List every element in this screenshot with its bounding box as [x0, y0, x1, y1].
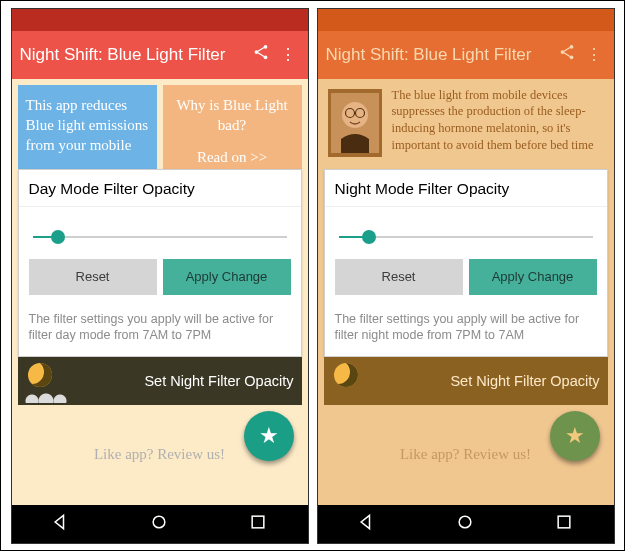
- appbar: Night Shift: Blue Light Filter ⋮: [12, 31, 308, 79]
- night-strip-label: Set Night Filter Opacity: [364, 373, 608, 389]
- content-area: This app reduces Blue light emissions fr…: [12, 79, 308, 505]
- svg-rect-4: [252, 516, 264, 528]
- card-orange-title: Why is Blue Light bad?: [171, 95, 294, 136]
- nav-back-icon[interactable]: [357, 512, 377, 536]
- apply-button[interactable]: Apply Change: [469, 259, 597, 295]
- app-title: Night Shift: Blue Light Filter: [20, 45, 226, 65]
- panel-note: The filter settings you apply will be ac…: [19, 303, 301, 357]
- card-orange-readon: Read on >>: [171, 147, 294, 167]
- fab-star-button[interactable]: ★: [244, 411, 294, 461]
- overflow-menu-icon[interactable]: ⋮: [580, 45, 606, 64]
- svg-rect-13: [558, 516, 570, 528]
- night-filter-strip[interactable]: Set Night Filter Opacity: [18, 357, 302, 405]
- android-navbar: [318, 505, 614, 543]
- panel-title: Day Mode Filter Opacity: [19, 170, 301, 207]
- night-filter-strip[interactable]: Set Night Filter Opacity: [324, 357, 608, 405]
- nav-back-icon[interactable]: [51, 512, 71, 536]
- overflow-menu-icon[interactable]: ⋮: [274, 45, 300, 64]
- statusbar: [12, 9, 308, 31]
- fab-star-button[interactable]: ★: [550, 411, 600, 461]
- star-icon: ★: [259, 423, 279, 449]
- moon-icon: [324, 357, 364, 405]
- moon-icon: [18, 357, 58, 405]
- phone-left: Night Shift: Blue Light Filter ⋮ This ap…: [11, 8, 309, 544]
- svg-point-3: [154, 516, 166, 528]
- panel-title: Night Mode Filter Opacity: [325, 170, 607, 207]
- app-title: Night Shift: Blue Light Filter: [326, 45, 532, 65]
- opacity-panel: Night Mode Filter Opacity Reset Apply Ch…: [324, 169, 608, 358]
- nav-home-icon[interactable]: [149, 512, 169, 536]
- content-area: The blue light from mobile devices suppr…: [318, 79, 614, 505]
- night-strip-label: Set Night Filter Opacity: [58, 373, 302, 389]
- opacity-slider[interactable]: [339, 227, 593, 247]
- share-icon[interactable]: [554, 43, 580, 66]
- nav-recents-icon[interactable]: [554, 512, 574, 536]
- reset-button[interactable]: Reset: [335, 259, 463, 295]
- appbar: Night Shift: Blue Light Filter ⋮: [318, 31, 614, 79]
- panel-note: The filter settings you apply will be ac…: [325, 303, 607, 357]
- reset-button[interactable]: Reset: [29, 259, 157, 295]
- nav-recents-icon[interactable]: [248, 512, 268, 536]
- apply-button[interactable]: Apply Change: [163, 259, 291, 295]
- nav-home-icon[interactable]: [455, 512, 475, 536]
- phone-right: Night Shift: Blue Light Filter ⋮: [317, 8, 615, 544]
- android-navbar: [12, 505, 308, 543]
- avatar: [328, 89, 382, 157]
- star-icon: ★: [565, 423, 585, 449]
- opacity-panel: Day Mode Filter Opacity Reset Apply Chan…: [18, 169, 302, 358]
- statusbar: [318, 9, 614, 31]
- share-icon[interactable]: [248, 43, 274, 66]
- opacity-slider[interactable]: [33, 227, 287, 247]
- svg-point-12: [460, 516, 472, 528]
